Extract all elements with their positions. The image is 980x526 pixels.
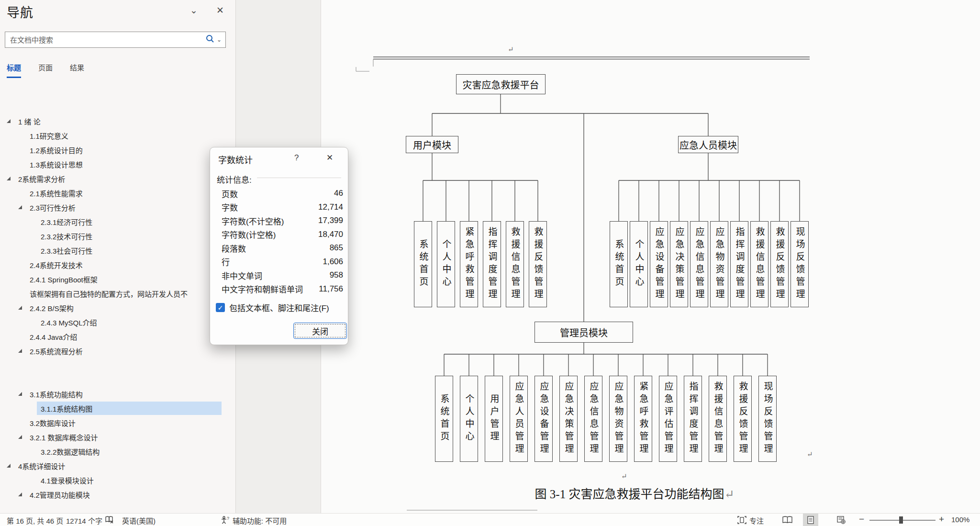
nav-heading-label: 3.1系统功能结构 xyxy=(30,389,83,399)
stat-label: 段落数 xyxy=(222,242,246,254)
stat-row: 非中文单词958 xyxy=(222,269,343,282)
tree-spacer xyxy=(0,358,235,387)
chart-leaf-box: 紧急呼救管理 xyxy=(634,376,652,462)
web-layout-button[interactable] xyxy=(833,514,850,526)
nav-heading-label: 2.4.1 SpringBoot框架 xyxy=(30,274,98,284)
nav-heading-item[interactable]: 1.2系统设计目的 xyxy=(0,143,235,157)
stat-value: 958 xyxy=(330,270,343,280)
stat-label: 非中文单词 xyxy=(222,269,262,281)
expand-triangle-icon[interactable] xyxy=(18,435,22,439)
headings-tree: 1 绪 论1.1研究意义1.2系统设计目的1.3系统设计思想2系统需求分析2.1… xyxy=(0,114,235,502)
navigation-pane: 导航 ⌄ ✕ ⌄ 标题 页面 结果 1 绪 论1.1研究意义1.2系统设计目的1… xyxy=(0,0,236,513)
section-divider xyxy=(257,178,341,178)
language-indicator[interactable]: 英语(美国) xyxy=(122,515,156,526)
focus-mode-label[interactable]: 专注 xyxy=(749,515,764,526)
expand-triangle-icon[interactable] xyxy=(7,119,11,123)
nav-heading-item[interactable]: 4.2管理员功能模块 xyxy=(0,487,235,502)
chart-leaf-box: 应急决策管理 xyxy=(670,221,688,307)
nav-heading-item[interactable]: 2.4.3 MySQL介绍 xyxy=(0,315,235,329)
tab-headings[interactable]: 标题 xyxy=(7,62,21,78)
accessibility-status[interactable]: 辅助功能: 不可用 xyxy=(233,515,287,526)
dialog-title: 字数统计 xyxy=(218,153,253,166)
stat-row: 页数46 xyxy=(222,187,343,201)
tab-pages[interactable]: 页面 xyxy=(38,62,53,78)
chart-leaf-box: 指挥调度管理 xyxy=(483,221,501,307)
nav-heading-item[interactable]: 1.1研究意义 xyxy=(0,128,235,143)
nav-heading-label: 2.3.1经济可行性 xyxy=(41,217,92,227)
chart-leaf-box: 应急决策管理 xyxy=(559,376,578,462)
nav-heading-item[interactable]: 2.4.1 SpringBoot框架 xyxy=(0,272,235,286)
chart-leaf-box: 指挥调度管理 xyxy=(730,221,748,307)
chart-box-label: 应急信息管理 xyxy=(589,381,598,456)
help-icon[interactable]: ? xyxy=(294,153,299,163)
print-layout-button[interactable] xyxy=(803,514,818,526)
expand-triangle-icon[interactable] xyxy=(7,177,11,180)
chart-leaf-box: 指挥调度管理 xyxy=(684,376,702,462)
chart-box-label: 系统首页 xyxy=(614,239,624,289)
nav-heading-item[interactable]: 2.3.1经济可行性 xyxy=(0,214,235,229)
chart-box-label: 指挥调度管理 xyxy=(488,227,497,302)
checkbox-checked-icon[interactable]: ✓ xyxy=(216,303,225,312)
stat-value: 11,756 xyxy=(319,284,343,294)
stat-value: 18,470 xyxy=(318,230,343,239)
nav-heading-item[interactable]: 3.2.1 数据库概念设计 xyxy=(0,430,235,444)
nav-heading-label: 1.2系统设计目的 xyxy=(30,145,83,155)
expand-triangle-icon[interactable] xyxy=(18,349,22,353)
expand-triangle-icon[interactable] xyxy=(18,392,22,396)
nav-heading-item[interactable]: 1 绪 论 xyxy=(0,114,235,128)
stat-row: 行1,606 xyxy=(222,255,343,269)
nav-heading-label: 3.1.1系统结构图 xyxy=(41,403,92,414)
close-button[interactable]: 关闭 xyxy=(293,323,347,339)
nav-heading-item[interactable]: 3.1系统功能结构 xyxy=(0,387,235,401)
nav-heading-item[interactable]: 2系统需求分析 xyxy=(0,171,235,186)
focus-mode-icon[interactable] xyxy=(737,516,746,524)
nav-heading-item[interactable]: 4.1登录模块设计 xyxy=(0,473,235,487)
expand-triangle-icon[interactable] xyxy=(18,306,22,310)
nav-heading-label: 2.3可行性分析 xyxy=(30,202,76,213)
close-icon[interactable]: ✕ xyxy=(326,153,333,163)
zoom-slider-thumb[interactable] xyxy=(899,516,903,524)
nav-heading-label: 4.1登录模块设计 xyxy=(41,475,94,485)
chevron-down-icon[interactable]: ⌄ xyxy=(190,6,198,15)
nav-heading-item[interactable]: 2.4系统开发技术 xyxy=(0,257,235,272)
chart-leaf-box: 用户管理 xyxy=(485,376,503,462)
search-icon[interactable] xyxy=(205,34,215,45)
nav-heading-item[interactable]: 2.4.4 Java介绍 xyxy=(0,329,235,344)
read-mode-button[interactable] xyxy=(778,514,797,526)
nav-heading-label: 2.5系统流程分析 xyxy=(30,346,83,356)
close-icon[interactable]: ✕ xyxy=(216,6,224,15)
nav-heading-item[interactable]: 2.1系统性能需求 xyxy=(0,186,235,200)
page-indicator[interactable]: 第 16 页, 共 46 页 xyxy=(7,515,63,526)
search-options-caret-icon[interactable]: ⌄ xyxy=(217,36,222,43)
zoom-in-button[interactable]: + xyxy=(939,514,944,525)
include-textboxes-checkbox[interactable]: ✓ 包括文本框、脚注和尾注(F) xyxy=(216,302,329,313)
search-input[interactable] xyxy=(5,36,205,44)
stat-label: 字符数(不计空格) xyxy=(222,215,284,227)
chart-leaf-box: 应急物资管理 xyxy=(609,376,627,462)
expand-triangle-icon[interactable] xyxy=(18,492,22,496)
chart-leaf-box: 系统首页 xyxy=(414,221,432,307)
nav-heading-item[interactable]: 2.5系统流程分析 xyxy=(0,344,235,358)
chart-leaf-box: 救援反馈管理 xyxy=(734,376,752,462)
expand-triangle-icon[interactable] xyxy=(7,464,11,468)
nav-heading-item[interactable]: 2.3.3社会可行性 xyxy=(0,243,235,257)
nav-heading-item[interactable]: 该框架拥有自己独特的配置方式，网站开发人员不 xyxy=(0,286,235,301)
expand-triangle-icon[interactable] xyxy=(18,205,22,209)
nav-heading-item[interactable]: 3.1.1系统结构图 xyxy=(0,401,235,415)
nav-heading-item[interactable]: 3.2.2数据逻辑结构 xyxy=(0,444,235,459)
nav-heading-item[interactable]: 2.4.2 B/S架构 xyxy=(0,301,235,315)
word-count-indicator[interactable]: 12714 个字 xyxy=(66,515,102,526)
chart-box-label: 救援反馈管理 xyxy=(534,227,543,302)
tab-results[interactable]: 结果 xyxy=(70,62,84,78)
chart-box-label: 系统首页 xyxy=(419,239,428,289)
zoom-out-button[interactable]: − xyxy=(859,514,864,525)
nav-heading-item[interactable]: 2.3.2技术可行性 xyxy=(0,229,235,243)
accessibility-icon[interactable]: ? xyxy=(221,516,230,524)
nav-heading-item[interactable]: 3.2数据库设计 xyxy=(0,415,235,430)
nav-heading-item[interactable]: 1.3系统设计思想 xyxy=(0,157,235,171)
nav-heading-item[interactable]: 4系统详细设计 xyxy=(0,459,235,473)
zoom-level[interactable]: 100% xyxy=(951,515,969,524)
nav-heading-item[interactable]: 2.3可行性分析 xyxy=(0,200,235,214)
chart-leaf-box: 救援反馈管理 xyxy=(529,221,547,307)
proofing-errors-icon[interactable] xyxy=(105,516,114,524)
